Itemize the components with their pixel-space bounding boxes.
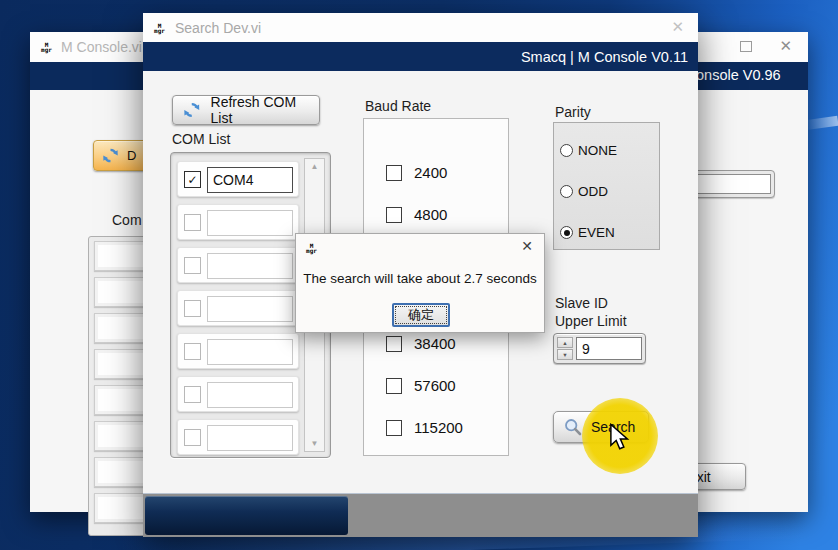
header-version-text: Smacq | M Console V0.11 (521, 49, 688, 65)
com-port-field[interactable]: COM4 (207, 167, 293, 193)
mouse-cursor (607, 423, 631, 451)
checkbox-unchecked[interactable] (184, 429, 201, 446)
com-list-label: COM List (172, 131, 230, 147)
slave-id-value[interactable]: 9 (576, 337, 642, 360)
com-port-field[interactable] (207, 210, 293, 236)
radio-unselected[interactable] (560, 185, 573, 198)
baud-option-38400[interactable]: 38400 (386, 335, 456, 352)
checkbox-unchecked[interactable] (184, 300, 201, 317)
spinner-down-icon[interactable]: ▼ (557, 349, 573, 360)
com-port-field[interactable] (207, 382, 293, 408)
checkbox-unchecked[interactable] (386, 207, 402, 223)
com-port-field[interactable] (207, 296, 293, 322)
progress-bar (145, 496, 348, 535)
checkbox-unchecked[interactable] (184, 386, 201, 403)
com-port-field[interactable] (207, 253, 293, 279)
slave-id-spinner[interactable]: ▲ ▼ 9 (553, 333, 646, 364)
refresh-com-list-button[interactable]: Refresh COM List (172, 95, 320, 125)
spinner-up-icon[interactable]: ▲ (557, 337, 573, 348)
radio-selected[interactable] (560, 226, 573, 239)
detect-button-label: D (127, 148, 136, 163)
parity-option-odd[interactable]: ODD (560, 184, 608, 199)
scroll-down-icon[interactable]: ▼ (305, 439, 324, 448)
vi-icon: M mgr (38, 38, 55, 55)
refresh-icon (183, 101, 201, 119)
ok-button-label: 确定 (408, 306, 434, 324)
search-dev-header-banner: Smacq | M Console V0.11 (143, 42, 698, 71)
checkbox-unchecked[interactable] (386, 378, 402, 394)
baud-option-115200[interactable]: 115200 (386, 419, 463, 436)
checkmark-icon: ✓ (187, 173, 197, 187)
close-icon[interactable]: ✕ (779, 37, 792, 55)
com-list-row[interactable]: ✓ COM4 (177, 161, 299, 197)
parity-option-even[interactable]: EVEN (560, 225, 615, 240)
checkbox-unchecked[interactable] (386, 336, 402, 352)
checkbox-unchecked[interactable] (386, 165, 402, 181)
status-bar (143, 493, 698, 537)
dialog-message: The search will take about 2.7 seconds (296, 271, 544, 286)
com-port-field[interactable] (207, 425, 293, 451)
checkbox-unchecked[interactable] (184, 257, 201, 274)
parity-box: NONE ODD EVEN (553, 122, 660, 250)
close-icon[interactable]: ✕ (671, 18, 684, 36)
baud-option-4800[interactable]: 4800 (386, 206, 447, 223)
baud-rate-label: Baud Rate (365, 98, 431, 114)
vi-icon: M mgr (303, 239, 320, 256)
refresh-icon (102, 147, 119, 164)
parity-label: Parity (555, 104, 591, 120)
com-port-field[interactable] (207, 339, 293, 365)
checkbox-unchecked[interactable] (184, 343, 201, 360)
checkbox-checked[interactable]: ✓ (184, 171, 201, 188)
maximize-icon[interactable] (740, 41, 752, 52)
baud-option-2400[interactable]: 2400 (386, 164, 447, 181)
com-list-row[interactable] (177, 419, 299, 455)
window-title: Search Dev.vi (175, 20, 261, 36)
ok-button[interactable]: 确定 (392, 303, 450, 327)
refresh-com-list-label: Refresh COM List (211, 94, 319, 126)
com-list-row[interactable] (177, 247, 299, 283)
magnifier-icon (563, 417, 583, 437)
desktop: M mgr M Console.vi ✕ onsole V0.96 D C (0, 0, 838, 550)
checkbox-unchecked[interactable] (386, 420, 402, 436)
search-dev-titlebar[interactable]: M mgr Search Dev.vi ✕ (143, 13, 698, 42)
com-label: Com (112, 212, 142, 228)
parity-option-none[interactable]: NONE (560, 143, 617, 158)
window-title: M Console.vi (61, 39, 142, 55)
scroll-up-icon[interactable]: ▲ (305, 162, 324, 171)
slave-id-label-line2: Upper Limit (555, 313, 627, 329)
radio-unselected[interactable] (560, 144, 573, 157)
com-list-row[interactable] (177, 204, 299, 240)
vi-icon: M mgr (151, 19, 168, 36)
com-list-row[interactable] (177, 333, 299, 369)
close-icon[interactable]: ✕ (521, 238, 533, 254)
baud-option-57600[interactable]: 57600 (386, 377, 456, 394)
checkbox-unchecked[interactable] (184, 214, 201, 231)
com-list-row[interactable] (177, 290, 299, 326)
slave-id-label-line1: Slave ID (555, 295, 608, 311)
header-version-text: onsole V0.96 (696, 67, 781, 83)
com-list-row[interactable] (177, 376, 299, 412)
search-time-dialog: M mgr ✕ The search will take about 2.7 s… (295, 233, 545, 333)
wallpaper-streak (803, 116, 838, 131)
